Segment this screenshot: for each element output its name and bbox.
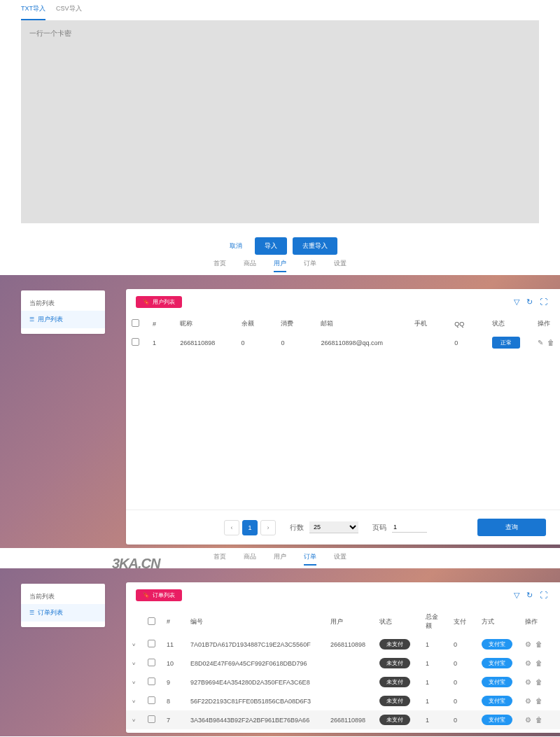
sidebar-2: 当前列表 订单列表 xyxy=(21,584,105,627)
cell-total: 1 xyxy=(420,654,448,673)
query-button[interactable]: 查询 xyxy=(477,519,546,536)
cell-user xyxy=(325,673,374,692)
nav-home-2[interactable]: 首页 xyxy=(214,552,226,566)
settings-icon[interactable] xyxy=(525,716,531,724)
delete-icon[interactable] xyxy=(547,339,554,346)
orders-header-row: # 编号 用户 状态 总金额 支付 方式 操作 xyxy=(126,608,560,635)
expand-icon[interactable]: ∨ xyxy=(132,642,136,647)
cell-nick: 2668110898 xyxy=(174,332,235,353)
cell-user xyxy=(325,692,374,710)
page-input[interactable] xyxy=(392,522,427,533)
fullscreen-icon-2[interactable]: ⛶ xyxy=(540,591,547,600)
nav-orders-2[interactable]: 订单 xyxy=(304,552,316,566)
delete-icon[interactable] xyxy=(536,678,542,686)
refresh-icon-2[interactable]: ↻ xyxy=(526,591,533,600)
row-checkbox[interactable] xyxy=(148,696,155,704)
cell-total: 2 xyxy=(420,729,448,733)
row-checkbox[interactable] xyxy=(132,338,139,346)
expand-icon[interactable]: ∨ xyxy=(132,699,136,703)
row-checkbox[interactable] xyxy=(148,659,155,666)
table-row: ∨ 9 927B9694E4A354280D2A350FEFA3C6E8 未支付… xyxy=(126,673,560,692)
fullscreen-icon[interactable]: ⛶ xyxy=(540,297,547,307)
sidebar: 当前列表 用户列表 xyxy=(21,290,105,334)
users-header-row: # 昵称 余额 消费 邮箱 手机 QQ 状态 操作 xyxy=(126,315,560,332)
tab-txt-import[interactable]: TXT导入 xyxy=(21,0,46,20)
cell-idx: 10 xyxy=(161,654,185,673)
refresh-icon[interactable]: ↻ xyxy=(526,297,533,307)
row-checkbox[interactable] xyxy=(148,678,155,685)
cell-orderno: 7A01B7DA617D1934887C19E2A3C5560F xyxy=(185,635,325,654)
rows-select[interactable]: 25 xyxy=(309,521,358,533)
import-button[interactable]: 导入 xyxy=(255,237,287,255)
table-row: 1 2668110898 0 0 2668110898@qq.com 0 正常 xyxy=(126,332,560,353)
method-pill: 支付宝 xyxy=(482,639,512,650)
cell-idx: 6 xyxy=(161,729,185,733)
nav-settings[interactable]: 设置 xyxy=(334,259,346,272)
filter-icon-2[interactable]: ▽ xyxy=(514,591,519,600)
tab-csv-import[interactable]: CSV导入 xyxy=(56,0,82,20)
delete-icon[interactable] xyxy=(536,697,542,705)
nav-orders[interactable]: 订单 xyxy=(304,259,316,272)
cell-idx: 9 xyxy=(161,673,185,692)
cell-orderno: 56F22D2193C81FFE0B51856CBA08D6F3 xyxy=(185,692,325,710)
method-pill: 支付宝 xyxy=(482,658,512,668)
filter-icon[interactable]: ▽ xyxy=(514,297,519,307)
panel-badge: 用户列表 xyxy=(136,296,182,308)
cell-user xyxy=(325,654,374,673)
delete-icon[interactable] xyxy=(536,640,542,648)
nav-home[interactable]: 首页 xyxy=(214,259,226,272)
panel-badge-2: 订单列表 xyxy=(136,589,182,601)
cell-phone xyxy=(409,332,449,353)
sidebar-item-users[interactable]: 用户列表 xyxy=(21,311,105,328)
settings-icon[interactable] xyxy=(525,697,531,705)
row-checkbox[interactable] xyxy=(148,715,155,723)
page-1[interactable]: 1 xyxy=(242,520,258,535)
nav-users[interactable]: 用户 xyxy=(274,259,286,272)
row-checkbox[interactable] xyxy=(148,640,155,647)
select-all-checkbox-2[interactable] xyxy=(148,617,155,625)
delete-icon[interactable] xyxy=(536,659,542,667)
status-pill: 未支付 xyxy=(379,658,410,668)
nav-products-2[interactable]: 商品 xyxy=(244,552,256,566)
sidebar-title: 当前列表 xyxy=(21,296,105,311)
cell-idx: 7 xyxy=(161,710,185,729)
settings-icon[interactable] xyxy=(525,678,531,686)
cell-idx: 1 xyxy=(147,332,174,353)
rows-label: 行数 xyxy=(290,523,304,533)
status-pill: 未支付 xyxy=(379,639,410,650)
page-next[interactable]: › xyxy=(260,520,276,535)
nav-users-2[interactable]: 用户 xyxy=(274,552,286,566)
delete-icon[interactable] xyxy=(536,716,542,724)
cell-idx: 11 xyxy=(161,635,185,654)
cell-user: 2668110898 xyxy=(325,635,374,654)
sidebar-item-orders[interactable]: 订单列表 xyxy=(21,604,105,622)
nav-settings-2[interactable]: 设置 xyxy=(334,552,346,566)
cell-paid: 0 xyxy=(448,673,476,692)
cell-user: 2668110898 xyxy=(325,729,374,733)
expand-icon[interactable]: ∨ xyxy=(132,717,136,722)
edit-icon[interactable] xyxy=(538,339,543,346)
page-label: 页码 xyxy=(372,523,386,533)
cancel-button[interactable]: 取消 xyxy=(223,237,249,255)
table-row: ∨ 10 E8D024E47F69A45CF992F0618DBD796 未支付… xyxy=(126,654,560,673)
dedupe-import-button[interactable]: 去重导入 xyxy=(293,237,337,255)
page-prev[interactable]: ‹ xyxy=(224,520,239,535)
cell-orderno: E8D024E47F69A45CF992F0618DBD796 xyxy=(185,654,325,673)
cell-spent: 0 xyxy=(275,332,315,353)
select-all-checkbox[interactable] xyxy=(132,319,139,327)
cell-total: 1 xyxy=(420,692,448,710)
cell-user: 2668110898 xyxy=(325,710,374,729)
import-textarea[interactable] xyxy=(21,20,539,223)
status-button[interactable]: 正常 xyxy=(492,337,520,349)
settings-icon[interactable] xyxy=(525,640,531,648)
status-pill: 未支付 xyxy=(379,715,410,725)
nav-products[interactable]: 商品 xyxy=(244,259,256,272)
cell-paid: 0 xyxy=(448,710,476,729)
cell-balance: 0 xyxy=(236,332,276,353)
settings-icon[interactable] xyxy=(525,659,531,667)
expand-icon[interactable]: ∨ xyxy=(132,661,136,666)
method-pill: 支付宝 xyxy=(482,715,512,725)
expand-icon[interactable]: ∨ xyxy=(132,680,136,685)
status-pill: 未支付 xyxy=(379,677,410,687)
table-row: ∨ 11 7A01B7DA617D1934887C19E2A3C5560F 26… xyxy=(126,635,560,654)
